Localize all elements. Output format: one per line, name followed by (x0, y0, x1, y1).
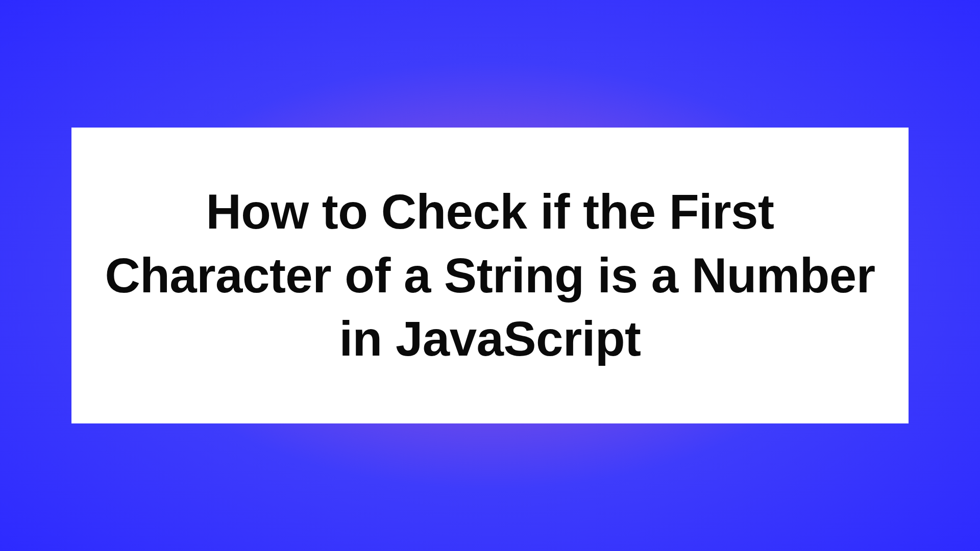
title-card: How to Check if the First Character of a… (71, 128, 909, 423)
article-title: How to Check if the First Character of a… (102, 180, 878, 371)
